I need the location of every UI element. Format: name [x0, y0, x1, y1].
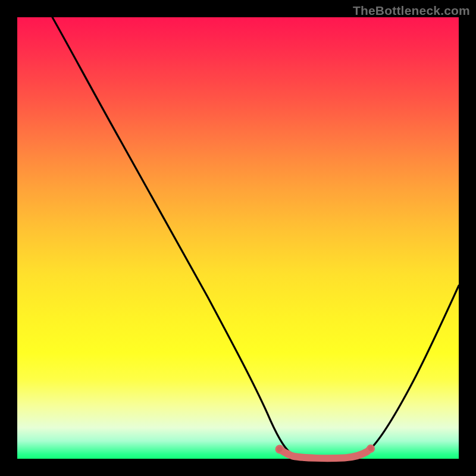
svg-point-1 [284, 450, 292, 458]
highlight-segment [275, 444, 375, 458]
bottleneck-curve [52, 17, 459, 458]
chart-frame: TheBottleneck.com [0, 0, 476, 476]
svg-point-4 [368, 446, 373, 451]
svg-point-3 [277, 447, 283, 452]
watermark-text: TheBottleneck.com [353, 4, 470, 18]
plot-svg [17, 17, 459, 459]
plot-area [17, 17, 459, 459]
